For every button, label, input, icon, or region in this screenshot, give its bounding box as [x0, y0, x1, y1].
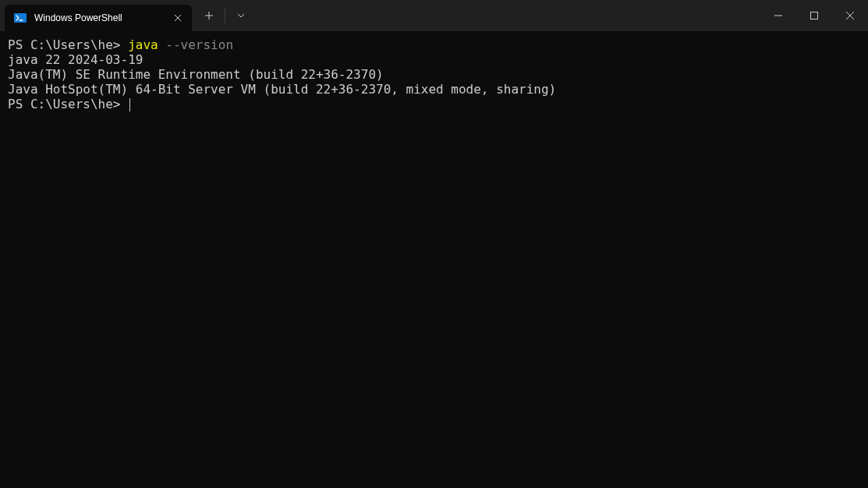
minimize-button[interactable]	[760, 3, 796, 28]
powershell-icon	[14, 12, 27, 24]
tab-actions	[197, 0, 253, 31]
tab-title: Windows PowerShell	[34, 12, 164, 23]
terminal-output[interactable]: PS C:\Users\he> java --version java 22 2…	[0, 31, 868, 118]
output-line: Java HotSpot(TM) 64-Bit Server VM (build…	[8, 82, 556, 97]
prompt: PS C:\Users\he>	[8, 97, 121, 111]
tab-action-divider	[225, 8, 225, 23]
command-argument: --version	[165, 37, 233, 52]
command-executable: java	[128, 37, 158, 52]
titlebar-left: Windows PowerShell	[0, 0, 253, 31]
window-controls	[760, 0, 868, 31]
new-tab-button[interactable]	[197, 3, 221, 28]
output-line: Java(TM) SE Runtime Environment (build 2…	[8, 67, 384, 82]
titlebar: Windows PowerShell	[0, 0, 868, 31]
maximize-button[interactable]	[796, 3, 832, 28]
close-button[interactable]	[832, 3, 868, 28]
cursor	[129, 98, 130, 111]
tab-dropdown-button[interactable]	[229, 3, 253, 28]
prompt: PS C:\Users\he>	[8, 37, 121, 52]
svg-rect-1	[14, 13, 27, 23]
output-line: java 22 2024-03-19	[8, 52, 143, 67]
svg-rect-8	[811, 12, 818, 19]
tab-powershell[interactable]: Windows PowerShell	[5, 5, 192, 31]
tab-close-button[interactable]	[172, 12, 184, 24]
